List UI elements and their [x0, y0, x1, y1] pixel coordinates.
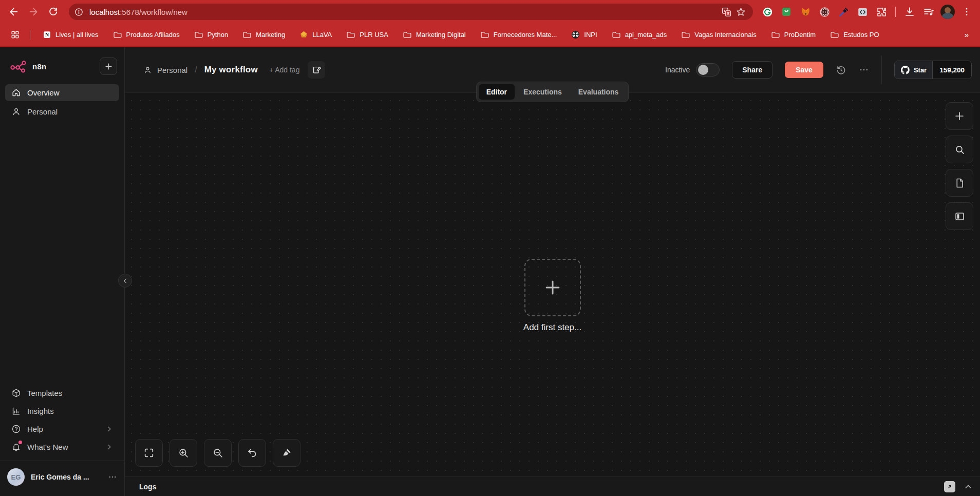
- sidebar-item-templates[interactable]: Templates: [5, 385, 119, 402]
- logs-actions: [944, 481, 973, 492]
- metamask-extension-icon[interactable]: [797, 4, 814, 20]
- bookmark-marketing[interactable]: Marketing: [239, 29, 288, 41]
- browser-profile-avatar[interactable]: [939, 4, 956, 20]
- llava-icon: [299, 30, 308, 39]
- add-first-step-label: Add first step...: [509, 322, 596, 333]
- save-button[interactable]: Save: [785, 62, 823, 78]
- zoom-out-button[interactable]: [204, 439, 232, 467]
- sidebar-item-personal[interactable]: Personal: [5, 103, 119, 120]
- grammarly-extension-icon[interactable]: [759, 4, 776, 20]
- bookmark-label: LLaVA: [312, 31, 332, 39]
- toggle-panel-button[interactable]: [946, 202, 973, 230]
- sidebar-item-overview[interactable]: Overview: [5, 84, 119, 101]
- apps-grid-icon[interactable]: [8, 28, 22, 42]
- sticky-note-button[interactable]: [946, 169, 973, 197]
- sidebar-item-whats-new[interactable]: What's New: [5, 438, 119, 455]
- add-first-step-button[interactable]: [524, 259, 581, 316]
- sidebar-item-help[interactable]: Help: [5, 421, 119, 437]
- workflow-title[interactable]: My workflow: [204, 65, 258, 75]
- toolbar-separator: [895, 7, 896, 17]
- bookmark-fornecedores[interactable]: Fornecedores Mate...: [477, 29, 560, 41]
- bookmark-marketing-digital[interactable]: Marketing Digital: [400, 29, 469, 41]
- downloads-icon[interactable]: [901, 4, 918, 20]
- playlist-icon[interactable]: [920, 4, 937, 20]
- github-star-label: Star: [914, 66, 927, 74]
- chevron-up-icon[interactable]: [964, 482, 973, 491]
- active-toggle[interactable]: [696, 63, 720, 77]
- n8n-logo-icon: [10, 60, 28, 73]
- address-bar[interactable]: localhost:5678/workflow/new: [69, 4, 753, 20]
- search-nodes-button[interactable]: [946, 136, 973, 163]
- breadcrumb: Personal / My workflow: [143, 65, 258, 75]
- breadcrumb-separator: /: [195, 65, 197, 74]
- user-menu-icon[interactable]: [108, 472, 117, 482]
- main-area: Personal / My workflow + Add tag Inactiv…: [125, 47, 980, 496]
- sidebar-item-insights[interactable]: Insights: [5, 403, 119, 419]
- site-info-icon[interactable]: [72, 5, 85, 18]
- bookmark-estudos-po[interactable]: Estudos PO: [827, 29, 882, 41]
- bookmark-llava[interactable]: LLaVA: [296, 28, 335, 41]
- sidebar-item-label: Insights: [27, 407, 54, 415]
- person-icon: [11, 107, 21, 117]
- bookmarks-bar: Lives | all lives Produtos Afiliados Pyt…: [0, 24, 980, 47]
- sidebar-collapse-button[interactable]: [118, 274, 132, 288]
- user-row[interactable]: EG Eric Gomes da ...: [0, 461, 124, 494]
- workflow-menu-icon[interactable]: [859, 65, 869, 75]
- bookmark-api-meta-ads[interactable]: api_meta_ads: [609, 29, 670, 41]
- add-node-button[interactable]: [946, 102, 973, 130]
- share-button[interactable]: Share: [732, 61, 772, 79]
- add-tag-button[interactable]: + Add tag: [269, 66, 300, 74]
- browser-forward-button[interactable]: [25, 3, 42, 21]
- tab-editor[interactable]: Editor: [479, 84, 515, 100]
- github-star-button[interactable]: Star: [895, 61, 933, 79]
- tidy-up-button[interactable]: [273, 439, 300, 467]
- bookmark-prodentim[interactable]: ProDentim: [768, 29, 819, 41]
- undo-button[interactable]: [238, 439, 266, 467]
- extensions-row: [759, 4, 975, 20]
- browser-reload-button[interactable]: [44, 3, 62, 21]
- bookmark-inpi[interactable]: INPI: [568, 28, 600, 41]
- plus-icon: [543, 278, 562, 297]
- colorpicker-extension-icon[interactable]: [835, 4, 852, 20]
- add-workflow-button[interactable]: [100, 58, 117, 75]
- zoom-to-fit-button[interactable]: [135, 439, 163, 467]
- react-devtools-extension-icon[interactable]: [816, 4, 833, 20]
- header-divider: [881, 55, 882, 84]
- workflow-history-icon[interactable]: [836, 65, 846, 75]
- n8n-app: n8n Overview Personal Templates Insights…: [0, 47, 980, 496]
- bookmark-star-icon[interactable]: [733, 5, 748, 19]
- folder-icon: [681, 31, 690, 39]
- bookmark-produtos-afiliados[interactable]: Produtos Afiliados: [110, 29, 183, 41]
- browser-back-button[interactable]: [5, 3, 23, 21]
- folder-icon: [242, 31, 252, 39]
- browser-menu-icon[interactable]: [958, 4, 975, 20]
- bookmark-python[interactable]: Python: [191, 29, 231, 41]
- help-icon: [11, 424, 21, 434]
- bookmark-vagas-internacionais[interactable]: Vagas Internacionais: [678, 29, 759, 41]
- sheets-extension-icon[interactable]: [778, 4, 795, 20]
- edit-workflow-icon[interactable]: [308, 61, 325, 79]
- brand-name: n8n: [32, 62, 47, 71]
- user-name: Eric Gomes da ...: [31, 473, 89, 481]
- github-star-count[interactable]: 159,200: [933, 61, 971, 79]
- folder-icon: [612, 31, 621, 39]
- logs-panel-header[interactable]: Logs: [125, 476, 980, 496]
- zoom-in-button[interactable]: [169, 439, 197, 467]
- status-label: Inactive: [665, 66, 690, 74]
- bookmark-lives[interactable]: Lives | all lives: [40, 28, 102, 41]
- sidebar-item-label: Templates: [27, 389, 62, 397]
- workflow-canvas[interactable]: Editor Executions Evaluations Add first …: [125, 92, 980, 476]
- translate-icon[interactable]: [719, 5, 733, 19]
- popout-icon[interactable]: [944, 481, 955, 492]
- tab-executions[interactable]: Executions: [516, 84, 570, 100]
- breadcrumb-project[interactable]: Personal: [157, 66, 187, 74]
- bookmark-plr-usa[interactable]: PLR USA: [343, 29, 391, 41]
- add-first-step-container: Add first step...: [509, 259, 596, 333]
- extensions-puzzle-icon[interactable]: [873, 4, 890, 20]
- bookmarks-overflow-chevron[interactable]: »: [962, 30, 972, 39]
- bookmark-label: Lives | all lives: [55, 31, 99, 39]
- github-star-widget[interactable]: Star 159,200: [894, 61, 972, 79]
- folder-icon: [771, 31, 780, 39]
- tab-evaluations[interactable]: Evaluations: [571, 84, 627, 100]
- code-extension-icon[interactable]: [854, 4, 871, 20]
